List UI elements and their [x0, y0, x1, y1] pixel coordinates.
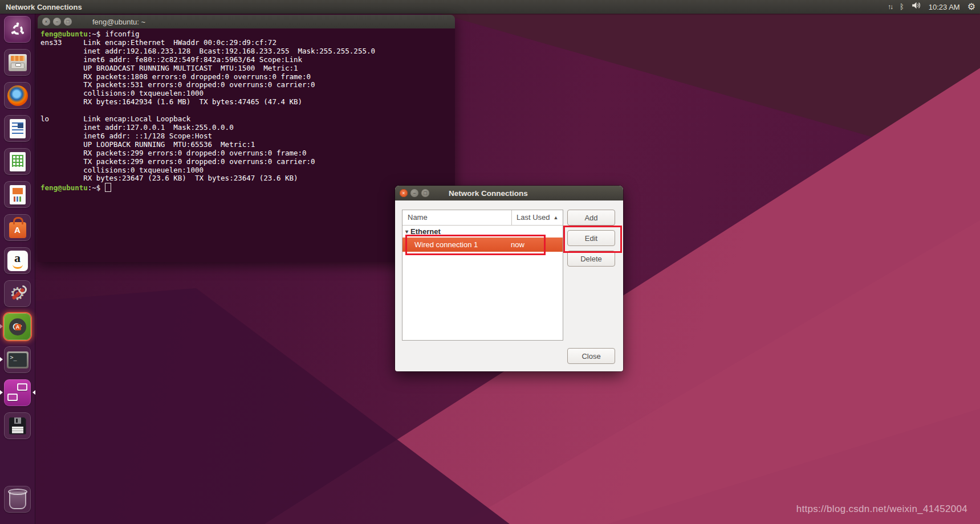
terminal-content[interactable]: feng@ubuntu:~$ifconfig ens33 Link encap:…	[38, 28, 455, 262]
prompt-user: feng@ubuntu	[40, 30, 88, 38]
libreoffice-writer-icon[interactable]	[4, 115, 31, 142]
delete-button[interactable]: Delete	[567, 251, 615, 267]
connection-row-selected[interactable]: Wired connection 1 now	[402, 238, 563, 252]
file-cabinet-icon	[9, 54, 27, 71]
terminal-icon[interactable]: >_	[4, 346, 31, 373]
running-pip	[0, 390, 3, 395]
add-button[interactable]: Add	[567, 210, 615, 226]
terminal-titlebar[interactable]: × − □ feng@ubuntu: ~	[38, 15, 455, 28]
circle-of-friends-icon	[10, 22, 25, 37]
writer-document	[10, 119, 26, 138]
amazon-logo: a	[7, 251, 28, 271]
software-updater-icon[interactable]: ⟳ A	[4, 313, 31, 340]
folder-tabs	[11, 56, 25, 61]
list-header: Name Last Used ▲	[402, 210, 563, 226]
connections-list: Name Last Used ▲ ▾ Ethernet Wired connec…	[402, 210, 563, 341]
gear-wrench-icon: ⚙	[7, 284, 28, 304]
indicator-area: ↑↓ ᛒ 10:23 AM ⚙	[888, 0, 975, 14]
amazon-icon[interactable]: a	[4, 247, 31, 274]
libreoffice-impress-icon[interactable]	[4, 181, 31, 208]
monitor-icon	[7, 394, 18, 401]
launcher-slot	[0, 148, 35, 175]
session-gear-icon[interactable]: ⚙	[967, 0, 975, 14]
launcher-slot: ⟳ A	[0, 313, 35, 340]
amazon-smile	[13, 263, 23, 269]
terminal-window-title: feng@ubuntu: ~	[92, 18, 145, 26]
network-traffic-icon[interactable]: ↑↓	[888, 0, 892, 14]
terminal-command-line: feng@ubuntu:~$ifconfig	[40, 30, 453, 39]
launcher-slot	[0, 379, 35, 406]
calc-spreadsheet	[10, 152, 26, 171]
remmina-remote-desktop-icon[interactable]	[4, 379, 31, 406]
top-panel: Network Connections ↑↓ ᛒ 10:23 AM ⚙	[0, 0, 980, 14]
floppy-label	[12, 427, 23, 433]
drawer-handle	[15, 63, 21, 67]
column-header-name[interactable]: Name	[402, 210, 512, 225]
trash-icon[interactable]	[4, 486, 31, 513]
dash-home-icon[interactable]	[4, 16, 31, 43]
expander-icon: ▾	[405, 228, 408, 235]
launcher-slot	[0, 82, 35, 109]
minimize-icon[interactable]: −	[53, 18, 61, 26]
running-pip	[0, 357, 3, 362]
terminal-screen: >_	[9, 353, 27, 367]
group-label: Ethernet	[410, 227, 441, 236]
maximize-icon[interactable]: □	[64, 18, 72, 26]
updater-circle: ⟳ A	[9, 318, 26, 335]
floppy-icon	[9, 417, 26, 435]
launcher-slot: A	[0, 214, 35, 241]
launcher-slot: ⚙	[0, 280, 35, 307]
focused-pip	[32, 390, 35, 395]
clock[interactable]: 10:23 AM	[929, 3, 960, 11]
launcher-slot	[0, 16, 35, 43]
floppy-shutter	[14, 417, 21, 424]
launcher-slot: a	[0, 247, 35, 274]
minimize-icon[interactable]: −	[410, 189, 418, 197]
prompt-user: feng@ubuntu	[40, 183, 88, 192]
close-button[interactable]: Close	[567, 348, 615, 364]
impress-slide	[10, 185, 26, 204]
close-icon[interactable]: ×	[400, 189, 408, 197]
firefox-icon[interactable]	[4, 82, 31, 109]
close-icon[interactable]: ×	[42, 18, 50, 26]
launcher-slot: >_	[0, 346, 35, 373]
connection-last-used: now	[506, 240, 563, 249]
edit-button[interactable]: Edit	[567, 230, 615, 246]
volume-icon-svg	[912, 2, 921, 9]
launcher-slot	[0, 181, 35, 208]
libreoffice-calc-icon[interactable]	[4, 148, 31, 175]
column-header-last-used-label: Last Used	[517, 210, 550, 225]
connection-name: Wired connection 1	[402, 240, 506, 249]
terminal-window: × − □ feng@ubuntu: ~ feng@ubuntu:~$ifcon…	[38, 15, 455, 262]
monitor-icon	[17, 383, 27, 391]
bluetooth-icon[interactable]: ᛒ	[900, 0, 904, 14]
sort-arrow-icon: ▲	[554, 210, 559, 225]
trash-can	[9, 492, 26, 509]
launcher-slot	[0, 412, 35, 439]
watermark-url: https://blog.csdn.net/weixin_41452004	[796, 503, 967, 515]
network-connections-dialog: × − □ Network Connections Name Last Used…	[395, 186, 623, 371]
terminal-command: ifconfig	[105, 30, 139, 38]
system-settings-icon[interactable]: ⚙	[4, 280, 31, 307]
ifconfig-output: ens33 Link encap:Ethernet HWaddr 00:0c:2…	[40, 39, 453, 183]
prompt-suffix: :~$	[88, 30, 101, 38]
column-header-last-used[interactable]: Last Used ▲	[512, 210, 563, 225]
disks-icon[interactable]	[4, 412, 31, 439]
ubuntu-software-icon[interactable]: A	[4, 214, 31, 241]
terminal-frame: >_	[7, 351, 29, 369]
terminal-cursor	[105, 183, 111, 192]
volume-icon[interactable]	[912, 0, 921, 14]
firefox-globe	[7, 85, 28, 106]
files-icon[interactable]	[4, 49, 31, 76]
launcher-slot	[0, 49, 35, 76]
dialog-title: Network Connections	[449, 189, 528, 198]
prompt-suffix: :~$	[88, 183, 101, 192]
ethernet-group-row[interactable]: ▾ Ethernet	[402, 226, 563, 238]
updater-badge: A	[15, 324, 21, 330]
launcher-slot	[0, 115, 35, 142]
launcher-slot	[0, 486, 35, 513]
maximize-icon[interactable]: □	[421, 189, 429, 197]
dialog-titlebar[interactable]: × − □ Network Connections	[395, 186, 623, 200]
running-pip	[0, 324, 3, 329]
active-app-title: Network Connections	[6, 3, 82, 11]
